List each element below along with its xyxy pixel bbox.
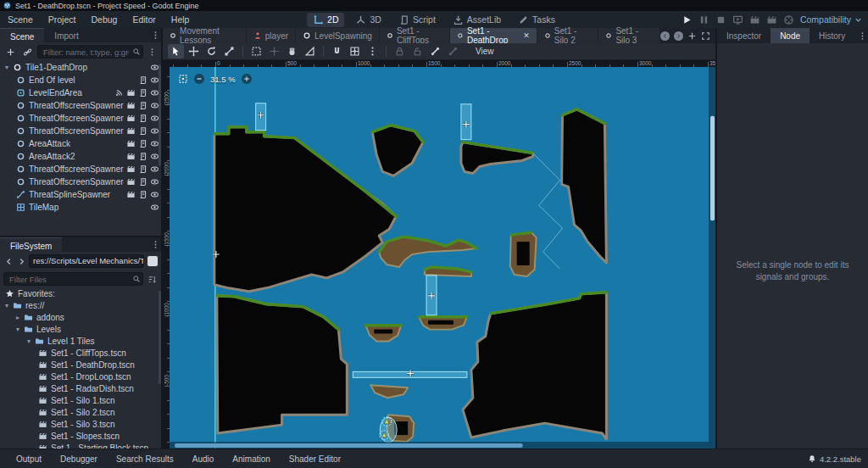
node-badges[interactable] [147,203,159,212]
expander-icon[interactable]: ▾ [27,337,35,345]
scene-tab[interactable]: Set1 - CliffTops [380,28,449,43]
zoom-in-button[interactable] [242,74,252,84]
scene-tree-row[interactable]: ▾ Tile1-DeathDrop [0,61,161,74]
run-control-button[interactable] [766,14,777,25]
clapper-badge-icon[interactable] [126,101,136,110]
tool-button[interactable] [203,44,220,58]
right-dock-tab[interactable]: Node [771,28,810,43]
next-scene-tab-button[interactable] [674,31,683,41]
script-badge-icon[interactable] [138,152,147,161]
script-badge-icon[interactable] [138,177,147,187]
bottom-panel-button[interactable]: Animation [225,453,277,465]
expander-icon[interactable]: ▾ [5,302,13,309]
scene-tree-row[interactable]: TileMap [0,201,161,214]
bottom-panel-button[interactable]: Output [8,453,49,465]
bottom-panel-button[interactable]: Audio [185,453,222,465]
file-filter-input[interactable] [3,272,143,286]
script-badge-icon[interactable] [138,139,147,148]
run-control-button[interactable] [783,14,794,25]
sort-files-icon[interactable] [146,275,158,284]
zoom-percent[interactable]: 31.5 % [210,75,236,84]
menu-item[interactable]: Scene [0,12,41,27]
clapper-badge-icon[interactable] [126,139,136,148]
eye-badge-icon[interactable] [150,203,159,212]
scene-tree-row[interactable]: ThreatOffscreenSpawner5 [0,112,161,125]
scene-tab[interactable]: Set1 - Silo 2 [537,28,598,43]
clapper-badge-icon[interactable] [126,177,136,187]
tilemap-canvas[interactable] [170,67,715,448]
clapper-badge-icon[interactable] [126,114,136,123]
menu-item[interactable]: Help [164,12,198,27]
dock-tab[interactable]: Import [44,28,88,42]
file-tree-row[interactable]: Set1 - Slopes.tscn [0,430,161,442]
run-control-button[interactable] [682,14,693,25]
expander-icon[interactable]: ▸ [16,314,24,321]
script-badge-icon[interactable] [138,75,147,85]
clapper-badge-icon[interactable] [126,152,136,161]
file-tree-row[interactable]: ▾ Level 1 Tiles [0,335,161,347]
script-badge-icon[interactable] [138,114,147,123]
scene-tab[interactable]: Set1 - DeathDrop ✕ [450,28,537,43]
file-tree-row[interactable]: Set1 - CliffTops.tscn [0,347,161,359]
notification-bell-icon[interactable] [808,454,816,463]
tool-button[interactable] [248,44,264,58]
run-control-button[interactable] [715,14,726,25]
right-dock-tab[interactable]: Inspector [717,28,771,43]
menu-item[interactable]: Editor [125,12,163,27]
clapper-badge-icon[interactable] [126,126,136,136]
scene-filter-input[interactable] [37,45,143,58]
filesystem-tab[interactable]: FileSystem [0,237,62,252]
snap-button[interactable] [347,44,363,58]
node-badges[interactable] [124,190,159,199]
dock-menu-icon[interactable] [856,28,868,43]
tool-button[interactable] [302,44,318,58]
scene-tree-row[interactable]: ThreatOffscreenSpawner4 [0,176,161,188]
eye-badge-icon[interactable] [150,190,159,199]
dock-tab[interactable]: Scene [0,28,44,42]
script-badge-icon[interactable] [138,190,147,199]
view-menu-button[interactable]: View [468,45,502,58]
file-tree-row[interactable]: Set1 - DropLoop.tscn [0,370,161,382]
file-tree-row[interactable]: ▾ Levels [0,323,161,335]
run-control-button[interactable] [698,14,709,25]
script-badge-icon[interactable] [138,88,147,98]
signal-badge-icon[interactable] [114,88,124,98]
file-tree-row[interactable]: ▾ res:// [0,299,161,311]
history-back-icon[interactable] [3,254,14,268]
tool-button[interactable] [168,44,184,58]
lock-group-button[interactable] [427,44,443,58]
expander-icon[interactable]: ▾ [16,326,24,333]
dock-menu-icon[interactable] [149,28,161,42]
workspace-button[interactable]: 2D [307,13,344,27]
lock-group-button[interactable] [392,44,408,58]
node-badges[interactable] [124,126,159,136]
lock-group-button[interactable] [445,44,461,58]
dock-menu-icon[interactable] [149,237,161,252]
tool-button[interactable] [266,44,282,58]
bottom-panel-button[interactable]: Shader Editor [281,453,348,465]
workspace-button[interactable]: Script [392,13,442,27]
toggle-split-mode-button[interactable] [147,256,158,266]
scene-tab[interactable]: Movement Lessons [163,28,246,43]
eye-badge-icon[interactable] [150,177,159,187]
current-path-field[interactable]: res://Scripts/Level Mechanics/Threats/ [29,254,144,268]
node-badges[interactable] [124,114,159,123]
node-badges[interactable] [136,75,159,85]
file-tree-row[interactable]: Set1 - Silo 1.tscn [0,394,161,406]
focus-selection-icon[interactable] [178,74,188,84]
scene-tab[interactable]: LevelSpawning [296,28,379,43]
scene-tree-row[interactable]: ThreatOffscreenSpawner [0,99,161,112]
file-tree-row[interactable]: Set1 - Silo 2.tscn [0,406,161,418]
clapper-badge-icon[interactable] [126,190,136,199]
node-badges[interactable] [124,152,159,161]
node-badges[interactable] [124,164,159,174]
file-tree-row[interactable]: Set1 - Silo 3.tscn [0,418,161,430]
node-badges[interactable] [124,139,159,148]
tool-button[interactable] [221,44,237,58]
expander-icon[interactable]: ▾ [5,64,13,71]
eye-badge-icon[interactable] [150,164,159,174]
tool-button[interactable] [186,44,202,58]
scene-tree-row[interactable]: LevelEndArea [0,86,161,99]
scene-tab[interactable]: Set1 - Silo 3 [598,28,659,43]
file-tree-row[interactable]: Set1 - RadarDish.tscn [0,382,161,394]
